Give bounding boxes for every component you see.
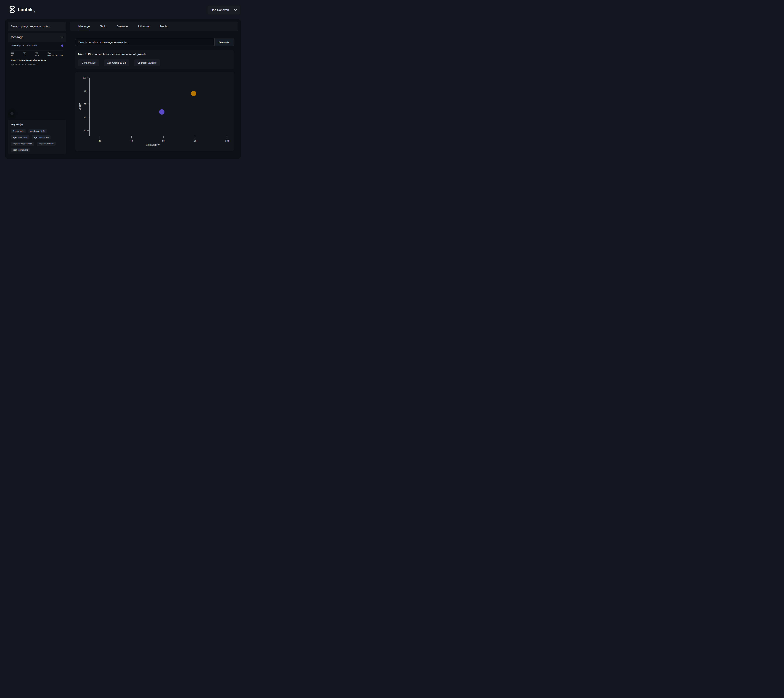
segment-chip[interactable]: Age Group: 35-44 xyxy=(32,135,51,140)
message-summary-chips: Gender MaleAge Group 18-24Segment Variab… xyxy=(78,59,231,66)
message-list-panel: Message Lorem ipsum valor tudo ... BEL46… xyxy=(8,33,66,119)
stat-value: 61.3 xyxy=(35,54,39,57)
y-tick-label: 40 xyxy=(84,116,86,119)
segments-title: Segment(s) xyxy=(11,123,63,126)
segments-chip-list: Gender: MaleAge Group: 18-24Age Group: 2… xyxy=(11,129,63,152)
orange-point[interactable] xyxy=(191,91,196,96)
x-tick-label: 100 xyxy=(225,140,229,142)
brain-logo-icon xyxy=(8,6,16,13)
narrative-composer: Generate xyxy=(75,38,234,46)
unread-status-dot xyxy=(61,44,63,47)
y-tick-label: 80 xyxy=(84,90,86,92)
message-filter-label: Message xyxy=(11,35,23,39)
segment-chip[interactable]: Age Group: 25-34 xyxy=(11,135,29,140)
message-list-item[interactable]: Nunc consectetur elementum Apr 18, 2024 … xyxy=(8,59,66,66)
narrative-input[interactable] xyxy=(76,38,215,46)
content-container: Message Lorem ipsum valor tudo ... BEL46… xyxy=(5,19,241,159)
y-tick-label: 100 xyxy=(83,77,86,79)
app-root: Limbik. ® Don Donovan Message xyxy=(0,0,246,164)
segment-chip[interactable]: Segment: Variable xyxy=(37,142,56,146)
stat-pfi: PFI61.3 xyxy=(35,52,39,57)
message-segment-chip[interactable]: Segment Variable xyxy=(134,59,160,66)
tab-topic[interactable]: Topic xyxy=(100,21,107,31)
y-axis-title: Virality xyxy=(78,103,81,110)
x-tick-label: 40 xyxy=(130,140,133,142)
message-item-title: Nunc consectetur elementum xyxy=(11,59,63,62)
message-item-date: Apr 18, 2024 - 2:33 PM UTC xyxy=(11,63,63,66)
y-tick-label: 60 xyxy=(84,103,86,105)
brand-name: Limbik. xyxy=(18,7,34,12)
main-tabbar: MessageTopicGenerateInfluencerMedia xyxy=(70,21,238,31)
message-filter-dropdown[interactable]: Message xyxy=(8,33,66,42)
stat-bel: BEL46 xyxy=(11,52,14,57)
message-segment-chip[interactable]: Age Group 18-24 xyxy=(104,59,129,66)
segment-chip[interactable]: Gender: Male xyxy=(11,129,26,133)
message-segment-chip[interactable]: Gender Male xyxy=(78,59,99,66)
segment-chip[interactable]: Segment: Segment Info xyxy=(11,142,34,146)
tab-media[interactable]: Media xyxy=(160,21,168,31)
segment-chip[interactable]: Segment: Variable xyxy=(11,148,30,152)
divider xyxy=(11,50,63,51)
believability-virality-chart: 2040608010020406080100ViralityBelievabil… xyxy=(75,72,234,151)
x-tick-label: 20 xyxy=(99,140,101,142)
stat-label: BEL xyxy=(11,52,14,54)
purple-point[interactable] xyxy=(159,109,165,115)
sidebar-search xyxy=(8,21,66,31)
registered-mark: ® xyxy=(34,11,35,13)
x-tick-label: 80 xyxy=(194,140,196,142)
tab-generate[interactable]: Generate xyxy=(116,21,128,31)
chevron-down-icon xyxy=(61,36,63,38)
tab-message[interactable]: Message xyxy=(78,21,90,31)
generate-button[interactable]: Generate xyxy=(215,38,234,46)
limbik-logo[interactable]: Limbik. ® xyxy=(8,6,35,13)
chevron-down-icon xyxy=(234,8,237,12)
scroll-indicator-dot xyxy=(10,112,13,115)
message-list-item[interactable]: Lorem ipsum valor tudo ... xyxy=(8,42,66,47)
scatter-chart-card: 2040608010020406080100ViralityBelievabil… xyxy=(75,72,234,151)
segments-panel: Segment(s) Gender: MaleAge Group: 18-24A… xyxy=(8,120,66,154)
stat-label: PFI xyxy=(35,52,39,54)
stat-value: 46 xyxy=(11,54,14,57)
stat-value: 23 xyxy=(23,54,26,57)
stat-label: VIR xyxy=(23,52,26,54)
tab-influencer[interactable]: Influencer xyxy=(138,21,150,31)
message-summary-title: Nunc: UN - consectetur elementum lacus a… xyxy=(78,53,231,56)
stat-vir: VIR23 xyxy=(23,52,26,57)
message-item-title: Lorem ipsum valor tudo ... xyxy=(11,44,40,47)
stat-date: Date05/03/2025 09:34 xyxy=(48,52,63,57)
user-name: Don Donovan xyxy=(211,8,229,12)
user-menu-button[interactable]: Don Donovan xyxy=(208,6,240,15)
x-axis-title: Believability xyxy=(146,143,160,146)
segment-chip[interactable]: Age Group: 18-24 xyxy=(28,129,47,133)
search-input[interactable] xyxy=(8,21,66,31)
x-tick-label: 60 xyxy=(162,140,165,142)
y-tick-label: 20 xyxy=(84,129,86,132)
stat-value: 05/03/2025 09:34 xyxy=(48,54,63,57)
stat-label: Date xyxy=(48,52,63,54)
message-summary-card: Nunc: UN - consectetur elementum lacus a… xyxy=(75,50,234,69)
